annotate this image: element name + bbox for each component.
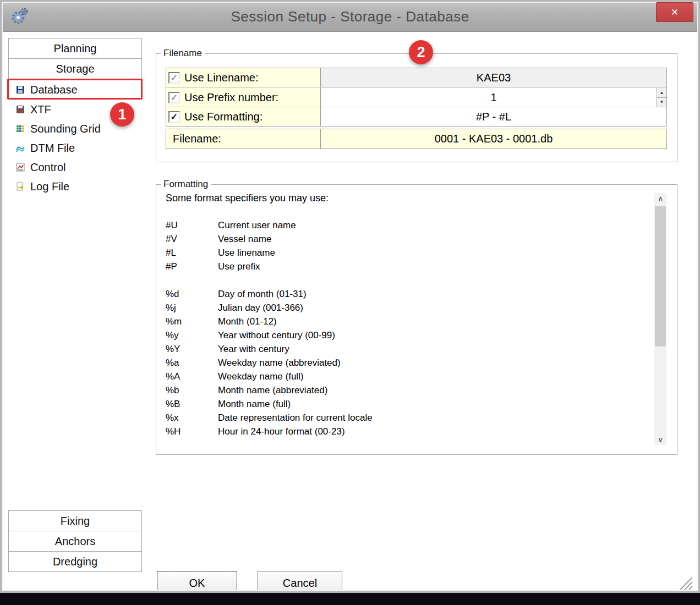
- app-gear-icon: [9, 6, 29, 29]
- specifier-code: %A: [166, 371, 218, 382]
- specifier-row: %j Julian day (001-366): [166, 301, 639, 315]
- desktop-bottom-strip: [0, 593, 700, 605]
- specifier-code: %b: [166, 385, 218, 396]
- specifier-code: %H: [166, 426, 218, 437]
- specifier-row: %y Year without century (00-99): [166, 328, 639, 342]
- sidebar-button-planning[interactable]: Planning: [8, 38, 142, 59]
- specifier-code: %Y: [166, 344, 218, 355]
- scrollbar-thumb[interactable]: [655, 206, 666, 346]
- scrollbar-down-icon[interactable]: ∨: [654, 434, 666, 445]
- specifier-code: %d: [166, 289, 218, 300]
- use-prefix-label: Use Prefix number:: [184, 91, 278, 104]
- xtf-disk-icon: [15, 105, 25, 114]
- use-prefix-row: ✓ Use Prefix number: 1 ▲ ▼: [166, 87, 666, 107]
- specifier-desc: Year without century (00-99): [218, 330, 335, 341]
- use-formatting-label-cell: ✓ Use Formatting:: [166, 107, 321, 126]
- specifier-row: %m Month (01-12): [166, 315, 639, 328]
- sidebar-item-dtm-file[interactable]: DTM File: [8, 139, 142, 157]
- hash-specifier-list: #U Current user name #V Vessel name #L U…: [166, 218, 639, 273]
- filename-options-table: ✓ Use Linename: KAE03 ✓ Use Prefix numbe…: [166, 68, 667, 127]
- specifier-desc: Month name (abbreviated): [218, 385, 327, 396]
- specifier-row: %a Weekday name (abbreviated): [166, 356, 639, 370]
- specifier-code: #P: [166, 261, 218, 272]
- sidebar-item-label: Sounding Grid: [30, 123, 101, 135]
- control-icon: [15, 162, 25, 172]
- titlebar[interactable]: Session Setup - Storage - Database: [2, 2, 698, 32]
- formatting-scrollbar[interactable]: ∧ ∨: [654, 193, 666, 445]
- window-title: Session Setup - Storage - Database: [231, 8, 469, 25]
- formatting-intro-text: Some format specifiers you may use:: [166, 191, 329, 205]
- specifier-row: #L Use linename: [166, 246, 639, 260]
- sidebar-button-storage[interactable]: Storage: [8, 58, 142, 79]
- specifier-desc: Date representation for current locale: [218, 413, 373, 424]
- spinner-up-icon[interactable]: ▲: [657, 88, 666, 98]
- use-formatting-row: ✓ Use Formatting: #P - #L: [166, 107, 666, 126]
- cancel-button[interactable]: Cancel: [258, 571, 342, 595]
- specifier-desc: Weekday name (abbreviated): [218, 358, 341, 369]
- filename-result-row: Filename: 0001 - KAE03 - 0001.db: [166, 129, 666, 148]
- specifier-desc: Use linename: [218, 248, 275, 258]
- sidebar-item-label: Log File: [30, 180, 69, 193]
- filename-result-value: 0001 - KAE03 - 0001.db: [321, 129, 666, 148]
- sidebar-item-label: Control: [30, 161, 65, 174]
- specifier-code: %m: [166, 316, 218, 327]
- specifier-code: #V: [166, 234, 218, 245]
- filename-group: Filename ✓ Use Linename: KAE03 ✓ Use Pre…: [156, 53, 677, 162]
- database-disk-icon: [15, 85, 25, 95]
- specifier-row: %d Day of month (01-31): [166, 287, 639, 301]
- use-formatting-checkbox[interactable]: ✓: [168, 111, 180, 123]
- specifier-code: %j: [166, 302, 218, 314]
- use-linename-row: ✓ Use Linename: KAE03: [166, 68, 666, 87]
- session-setup-dialog: Session Setup - Storage - Database ✕ Pla…: [0, 0, 700, 605]
- specifier-row: %b Month name (abbreviated): [166, 383, 639, 397]
- formatting-pattern-field[interactable]: #P - #L: [321, 107, 666, 126]
- close-button[interactable]: ✕: [656, 2, 693, 22]
- specifier-desc: Use prefix: [218, 261, 260, 272]
- sidebar-button-dredging[interactable]: Dredging: [8, 551, 142, 572]
- specifier-desc: Day of month (01-31): [218, 289, 307, 300]
- sidebar-item-database[interactable]: Database: [8, 80, 142, 99]
- specifier-row: %A Weekday name (full): [166, 370, 639, 383]
- sidebar-item-control[interactable]: Control: [8, 158, 142, 177]
- formatting-group: Formatting Some format specifiers you ma…: [156, 184, 677, 455]
- sidebar-item-label: Database: [30, 84, 78, 96]
- prefix-number-value: 1: [490, 91, 496, 104]
- formatting-group-label: Formatting: [161, 179, 211, 190]
- prefix-spinner: ▲ ▼: [657, 88, 666, 107]
- specifier-desc: Weekday name (full): [218, 371, 304, 382]
- use-linename-checkbox: ✓: [168, 72, 180, 84]
- specifier-row: #V Vessel name: [166, 232, 639, 246]
- linename-value-field[interactable]: KAE03: [321, 68, 666, 87]
- specifier-code: %x: [166, 413, 218, 424]
- annotation-step-1-badge: 1: [110, 102, 134, 127]
- specifier-row: #U Current user name: [166, 218, 639, 232]
- specifier-row: #P Use prefix: [166, 260, 639, 273]
- use-formatting-label: Use Formatting:: [184, 111, 262, 123]
- use-prefix-checkbox: ✓: [168, 92, 180, 103]
- prefix-number-field[interactable]: 1 ▲ ▼: [321, 88, 666, 107]
- specifier-row: %B Month name (full): [166, 397, 639, 411]
- spinner-down-icon[interactable]: ▼: [657, 98, 666, 107]
- filename-label: Filename:: [173, 133, 221, 145]
- ok-button[interactable]: OK: [157, 571, 237, 595]
- specifier-desc: Year with century: [218, 344, 289, 355]
- resize-grip[interactable]: [679, 576, 693, 593]
- scrollbar-up-icon[interactable]: ∧: [654, 193, 666, 204]
- specifier-desc: Hour in 24-hour format (00-23): [218, 426, 345, 437]
- sidebar-button-anchors[interactable]: Anchors: [8, 531, 142, 552]
- use-linename-label: Use Linename:: [184, 72, 259, 84]
- specifier-code: #U: [166, 220, 218, 231]
- percent-specifier-list: %d Day of month (01-31) %j Julian day (0…: [166, 287, 639, 438]
- use-prefix-label-cell: ✓ Use Prefix number:: [166, 88, 321, 107]
- specifier-desc: Current user name: [218, 220, 296, 231]
- filename-label-cell: Filename:: [166, 129, 321, 148]
- sidebar-button-fixing[interactable]: Fixing: [8, 510, 142, 531]
- specifier-code: %B: [166, 399, 218, 410]
- specifier-desc: Month (01-12): [218, 316, 277, 327]
- sidebar-item-log-file[interactable]: Log File: [8, 177, 142, 196]
- specifier-code: #L: [166, 248, 218, 258]
- specifier-code: %y: [166, 330, 218, 341]
- dtm-file-icon: [15, 143, 25, 153]
- sounding-grid-icon: [15, 124, 25, 134]
- use-linename-label-cell: ✓ Use Linename:: [166, 68, 321, 87]
